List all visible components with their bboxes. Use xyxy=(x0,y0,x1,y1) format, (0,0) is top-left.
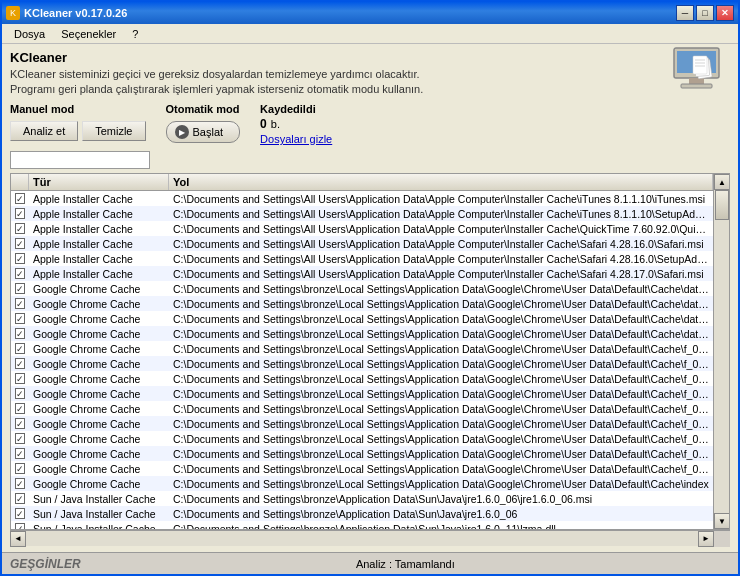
table-row[interactable]: Google Chrome CacheC:\Documents and Sett… xyxy=(11,311,713,326)
start-label: Başlat xyxy=(193,126,224,138)
table-row[interactable]: Google Chrome CacheC:\Documents and Sett… xyxy=(11,431,713,446)
row-checkbox[interactable] xyxy=(11,207,29,220)
checkbox-icon xyxy=(15,313,25,324)
menu-dosya[interactable]: Dosya xyxy=(6,26,53,42)
row-checkbox[interactable] xyxy=(11,492,29,505)
row-checkbox[interactable] xyxy=(11,417,29,430)
row-checkbox[interactable] xyxy=(11,312,29,325)
menu-secenekler[interactable]: Seçenekler xyxy=(53,26,124,42)
table-body[interactable]: Apple Installer CacheC:\Documents and Se… xyxy=(11,191,713,529)
row-checkbox[interactable] xyxy=(11,282,29,295)
scroll-left-button[interactable]: ◄ xyxy=(10,531,26,547)
row-path: C:\Documents and Settings\bronze\Local S… xyxy=(169,417,713,431)
files-link[interactable]: Dosyaları gizle xyxy=(260,133,332,145)
table-row[interactable]: Google Chrome CacheC:\Documents and Sett… xyxy=(11,386,713,401)
row-checkbox[interactable] xyxy=(11,357,29,370)
manual-mode-label: Manuel mod xyxy=(10,103,146,115)
row-path: C:\Documents and Settings\All Users\Appl… xyxy=(169,237,713,251)
row-path: C:\Documents and Settings\All Users\Appl… xyxy=(169,192,713,206)
row-checkbox[interactable] xyxy=(11,462,29,475)
table-row[interactable]: Apple Installer CacheC:\Documents and Se… xyxy=(11,191,713,206)
row-checkbox[interactable] xyxy=(11,447,29,460)
row-type: Google Chrome Cache xyxy=(29,312,169,326)
table-row[interactable]: Apple Installer CacheC:\Documents and Se… xyxy=(11,221,713,236)
table-row[interactable]: Google Chrome CacheC:\Documents and Sett… xyxy=(11,461,713,476)
row-checkbox[interactable] xyxy=(11,402,29,415)
th-path: Yol xyxy=(169,174,713,190)
table-row[interactable]: Sun / Java Installer CacheC:\Documents a… xyxy=(11,521,713,529)
scroll-down-button[interactable]: ▼ xyxy=(714,513,730,529)
app-icon: K xyxy=(6,6,20,20)
menubar: Dosya Seçenekler ? xyxy=(2,24,738,44)
row-checkbox[interactable] xyxy=(11,192,29,205)
row-checkbox[interactable] xyxy=(11,477,29,490)
row-checkbox[interactable] xyxy=(11,252,29,265)
row-checkbox[interactable] xyxy=(11,522,29,529)
table-row[interactable]: Google Chrome CacheC:\Documents and Sett… xyxy=(11,416,713,431)
row-path: C:\Documents and Settings\All Users\Appl… xyxy=(169,267,713,281)
file-table: Tür Yol Apple Installer CacheC:\Document… xyxy=(10,173,730,530)
table-row[interactable]: Apple Installer CacheC:\Documents and Se… xyxy=(11,206,713,221)
table-row[interactable]: Google Chrome CacheC:\Documents and Sett… xyxy=(11,296,713,311)
row-path: C:\Documents and Settings\bronze\Local S… xyxy=(169,477,713,491)
row-type: Apple Installer Cache xyxy=(29,237,169,251)
table-row[interactable]: Google Chrome CacheC:\Documents and Sett… xyxy=(11,341,713,356)
minimize-button[interactable]: ─ xyxy=(676,5,694,21)
table-header: Tür Yol xyxy=(11,174,713,191)
table-row[interactable]: Sun / Java Installer CacheC:\Documents a… xyxy=(11,491,713,506)
start-button[interactable]: ▶ Başlat xyxy=(166,121,241,143)
table-row[interactable]: Google Chrome CacheC:\Documents and Sett… xyxy=(11,281,713,296)
table-row[interactable]: Google Chrome CacheC:\Documents and Sett… xyxy=(11,401,713,416)
analyze-button[interactable]: Analiz et xyxy=(10,121,78,141)
row-checkbox[interactable] xyxy=(11,342,29,355)
row-checkbox[interactable] xyxy=(11,237,29,250)
row-checkbox[interactable] xyxy=(11,432,29,445)
auto-mode-label: Otomatik mod xyxy=(166,103,241,115)
table-row[interactable]: Sun / Java Installer CacheC:\Documents a… xyxy=(11,506,713,521)
close-button[interactable]: ✕ xyxy=(716,5,734,21)
scroll-right-button[interactable]: ► xyxy=(698,531,714,547)
filter-input[interactable] xyxy=(10,151,150,169)
vertical-scrollbar[interactable]: ▲ ▼ xyxy=(713,174,729,529)
maximize-button[interactable]: □ xyxy=(696,5,714,21)
row-type: Sun / Java Installer Cache xyxy=(29,492,169,506)
checkbox-icon xyxy=(15,238,25,249)
h-scroll-track xyxy=(26,531,698,546)
row-path: C:\Documents and Settings\bronze\Applica… xyxy=(169,492,713,506)
row-type: Google Chrome Cache xyxy=(29,447,169,461)
row-path: C:\Documents and Settings\bronze\Local S… xyxy=(169,402,713,416)
row-checkbox[interactable] xyxy=(11,297,29,310)
row-checkbox[interactable] xyxy=(11,507,29,520)
modes-row: Manuel mod Analiz et Temizle Otomatik mo… xyxy=(10,103,730,145)
row-type: Google Chrome Cache xyxy=(29,432,169,446)
table-row[interactable]: Google Chrome CacheC:\Documents and Sett… xyxy=(11,326,713,341)
table-row[interactable]: Apple Installer CacheC:\Documents and Se… xyxy=(11,236,713,251)
saved-value: 0 xyxy=(260,117,267,131)
row-checkbox[interactable] xyxy=(11,267,29,280)
scroll-thumb[interactable] xyxy=(715,190,729,220)
row-type: Google Chrome Cache xyxy=(29,327,169,341)
clean-button[interactable]: Temizle xyxy=(82,121,145,141)
table-row[interactable]: Google Chrome CacheC:\Documents and Sett… xyxy=(11,371,713,386)
checkbox-icon xyxy=(15,223,25,234)
row-type: Google Chrome Cache xyxy=(29,342,169,356)
table-row[interactable]: Google Chrome CacheC:\Documents and Sett… xyxy=(11,356,713,371)
table-row[interactable]: Google Chrome CacheC:\Documents and Sett… xyxy=(11,446,713,461)
main-window: K KCleaner v0.17.0.26 ─ □ ✕ Dosya Seçene… xyxy=(0,0,740,576)
table-row[interactable]: Google Chrome CacheC:\Documents and Sett… xyxy=(11,476,713,491)
menu-help[interactable]: ? xyxy=(124,26,146,42)
th-checkbox xyxy=(11,174,29,190)
scroll-up-button[interactable]: ▲ xyxy=(714,174,730,190)
row-checkbox[interactable] xyxy=(11,327,29,340)
row-type: Apple Installer Cache xyxy=(29,222,169,236)
horizontal-scrollbar[interactable]: ◄ ► xyxy=(10,530,730,546)
row-path: C:\Documents and Settings\bronze\Local S… xyxy=(169,462,713,476)
table-row[interactable]: Apple Installer CacheC:\Documents and Se… xyxy=(11,251,713,266)
row-path: C:\Documents and Settings\bronze\Local S… xyxy=(169,372,713,386)
row-checkbox[interactable] xyxy=(11,372,29,385)
table-row[interactable]: Apple Installer CacheC:\Documents and Se… xyxy=(11,266,713,281)
row-type: Google Chrome Cache xyxy=(29,297,169,311)
row-checkbox[interactable] xyxy=(11,387,29,400)
row-checkbox[interactable] xyxy=(11,222,29,235)
row-type: Google Chrome Cache xyxy=(29,387,169,401)
